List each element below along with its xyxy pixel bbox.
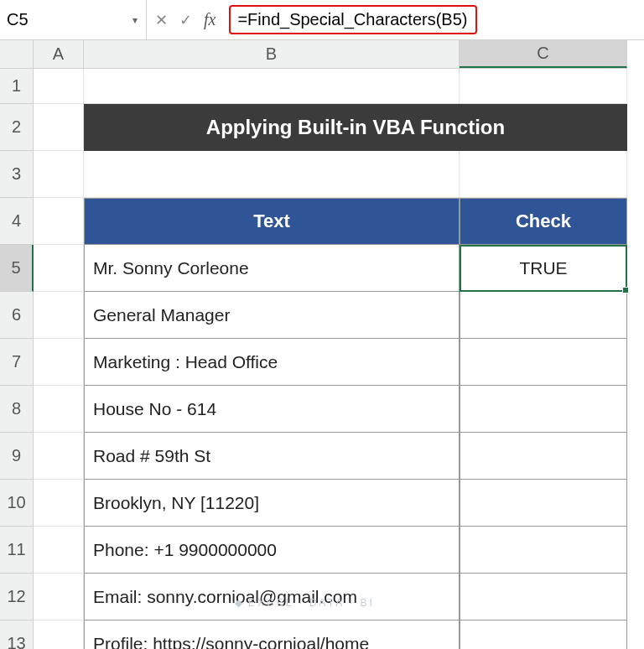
cell[interactable] <box>34 574 84 620</box>
row-header[interactable]: 3 <box>0 151 34 198</box>
formula-text: =Find_Special_Characters(B5) <box>237 10 467 29</box>
cell[interactable] <box>84 69 460 104</box>
row-header[interactable]: 4 <box>0 198 34 245</box>
table-cell-text[interactable]: Road # 59th St <box>84 433 460 480</box>
table-header-check[interactable]: Check <box>460 198 627 245</box>
cell[interactable] <box>34 104 84 151</box>
cell-value: Profile: https://sonny-cornioal/home <box>93 634 369 650</box>
table-cell-text[interactable]: Phone: +1 9900000000 <box>84 527 460 574</box>
col-header-b[interactable]: B <box>84 40 460 68</box>
cell-value: Brooklyn, NY [11220] <box>93 493 259 513</box>
cell[interactable] <box>34 480 84 527</box>
cell[interactable] <box>460 69 627 104</box>
cell[interactable] <box>34 527 84 574</box>
table-header-text[interactable]: Text <box>84 198 460 245</box>
table-cell-check[interactable] <box>460 527 627 574</box>
table-cell-check[interactable] <box>460 433 627 480</box>
select-all-corner[interactable] <box>0 40 34 69</box>
table-cell-check[interactable] <box>460 386 627 433</box>
chevron-down-icon[interactable]: ▾ <box>132 14 138 26</box>
table-cell-check[interactable] <box>460 480 627 527</box>
cell[interactable] <box>34 245 84 292</box>
watermark: ◆ EXCEL · DATA · BI <box>235 597 375 609</box>
row-header[interactable]: 2 <box>0 104 34 151</box>
table-cell-check[interactable]: TRUE <box>460 245 627 292</box>
column-headers: A B C <box>34 40 627 69</box>
table-cell-check[interactable] <box>460 292 627 339</box>
table-cell-check[interactable] <box>460 574 627 620</box>
cell-value: General Manager <box>93 305 230 325</box>
col-header-a[interactable]: A <box>34 40 84 68</box>
cell-value: Road # 59th St <box>93 446 210 466</box>
table-cell-check[interactable] <box>460 339 627 386</box>
cell-value: Mr. Sonny Corleone <box>93 258 249 278</box>
formula-bar: C5 ▾ ✕ ✓ fx =Find_Special_Characters(B5) <box>0 0 644 40</box>
fx-icon[interactable]: fx <box>204 10 216 29</box>
watermark-text: EXCEL · DATA · BI <box>248 597 375 609</box>
cell-value: TRUE <box>519 258 567 278</box>
cell[interactable] <box>34 151 84 198</box>
cell-value: House No - 614 <box>93 399 216 419</box>
table-cell-text[interactable]: Mr. Sonny Corleone <box>84 245 460 292</box>
cell[interactable] <box>34 620 84 649</box>
formula-bar-buttons: ✕ ✓ fx <box>147 10 224 29</box>
cell[interactable] <box>84 151 460 198</box>
table-cell-text[interactable]: House No - 614 <box>84 386 460 433</box>
formula-input[interactable]: =Find_Special_Characters(B5) <box>229 5 477 34</box>
cells-area: Applying Built-in VBA Function Text Chec… <box>34 69 644 649</box>
table-cell-text[interactable]: Marketing : Head Office <box>84 339 460 386</box>
row-header[interactable]: 10 <box>0 480 34 527</box>
cell[interactable] <box>34 198 84 245</box>
title-text: Applying Built-in VBA Function <box>206 116 505 139</box>
header-label: Text <box>253 210 290 232</box>
cancel-icon[interactable]: ✕ <box>155 11 168 29</box>
name-box[interactable]: C5 ▾ <box>0 0 147 39</box>
table-cell-text[interactable]: General Manager <box>84 292 460 339</box>
confirm-icon[interactable]: ✓ <box>179 11 192 29</box>
cell-value: Marketing : Head Office <box>93 352 278 372</box>
cell[interactable] <box>34 386 84 433</box>
cell[interactable] <box>34 433 84 480</box>
cell[interactable] <box>34 339 84 386</box>
table-cell-text[interactable]: Profile: https://sonny-cornioal/home <box>84 620 460 649</box>
page-title[interactable]: Applying Built-in VBA Function <box>84 104 627 151</box>
watermark-icon: ◆ <box>235 597 245 609</box>
cell[interactable] <box>34 69 84 104</box>
name-box-value: C5 <box>7 10 29 29</box>
row-header[interactable]: 1 <box>0 69 34 104</box>
row-header[interactable]: 13 <box>0 620 34 649</box>
row-header[interactable]: 12 <box>0 574 34 620</box>
row-headers: 1 2 3 4 5 6 7 8 9 10 11 12 13 <box>0 69 34 649</box>
spreadsheet-grid: A B C 1 2 3 4 5 6 7 8 9 10 11 12 13 <box>0 40 644 649</box>
row-header[interactable]: 8 <box>0 386 34 433</box>
row-header[interactable]: 9 <box>0 433 34 480</box>
row-header[interactable]: 5 <box>0 245 34 292</box>
col-header-c[interactable]: C <box>460 40 627 68</box>
row-header[interactable]: 6 <box>0 292 34 339</box>
row-header[interactable]: 11 <box>0 527 34 574</box>
table-cell-text[interactable]: Brooklyn, NY [11220] <box>84 480 460 527</box>
table-cell-check[interactable] <box>460 620 627 649</box>
cell-value: Phone: +1 9900000000 <box>93 540 277 560</box>
cell[interactable] <box>34 292 84 339</box>
header-label: Check <box>516 210 571 232</box>
row-header[interactable]: 7 <box>0 339 34 386</box>
cell[interactable] <box>460 151 627 198</box>
